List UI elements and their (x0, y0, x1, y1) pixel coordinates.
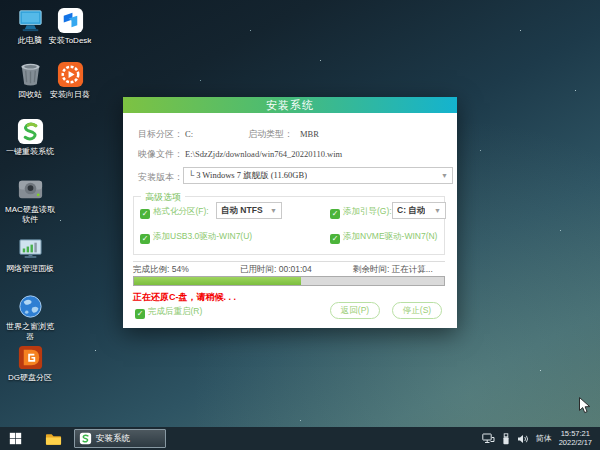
install-version-dropdown[interactable]: └ 3 Windows 7 旗舰版 (11.60GB) ▼ (183, 167, 453, 184)
format-partition-label: 格式化分区(F): (153, 206, 209, 216)
speaker-icon[interactable] (517, 434, 529, 444)
install-version-label: 安装版本： (138, 171, 183, 184)
format-type-dropdown[interactable]: 自动 NTFS ▼ (216, 202, 282, 219)
system-tray: 简体 15:57:21 2022/2/17 (482, 430, 600, 447)
checkbox-checked-icon[interactable]: ✓ (135, 309, 145, 319)
restore-status-text: 正在还原C-盘，请稍候. . . (133, 291, 236, 304)
install-version-value: └ 3 Windows 7 旗舰版 (11.60GB) (188, 170, 307, 182)
checkbox-checked-icon[interactable]: ✓ (140, 209, 150, 219)
desktop-icon-label: 安装向日葵 (44, 90, 96, 100)
desktop-icon-network-panel[interactable]: 网络管理面板 (4, 234, 56, 274)
taskbar: 安装系统 简体 15:57:21 2022/2/17 (0, 427, 600, 450)
nvme-driver-label: 添加NVME驱动-WIN7(N) (343, 231, 437, 241)
desktop-icon-label: 安装ToDesk (44, 36, 96, 46)
computer-icon (16, 6, 45, 35)
format-partition-checkbox[interactable]: ✓格式化分区(F): (140, 206, 209, 219)
restart-after-finish-label: 完成后重启(R) (148, 306, 202, 316)
desktop-icon-label: 一键重装系统 (4, 147, 56, 157)
boot-type-label: 启动类型： (248, 128, 293, 141)
progress-bar (133, 276, 445, 286)
desktop-icon-world-browser[interactable]: 世界之窗浏览器 (4, 292, 56, 341)
remaining-time-text: 剩余时间: 正在计算... (353, 264, 433, 276)
checkbox-checked-icon[interactable]: ✓ (330, 209, 340, 219)
desktop-icon-reinstall-system[interactable]: 一键重装系统 (4, 117, 56, 157)
mac-disk-icon (16, 175, 45, 204)
input-method-indicator[interactable]: 简体 (536, 433, 552, 444)
windows-logo-icon (9, 432, 22, 445)
start-button[interactable] (0, 427, 30, 450)
stats-divider (133, 261, 445, 262)
wallpaper-stars (0, 0, 1, 1)
todesk-icon (56, 6, 85, 35)
folder-icon (45, 432, 62, 446)
tray-clock[interactable]: 15:57:21 2022/2/17 (559, 430, 592, 447)
install-system-dialog: 安装系统 目标分区： C: 启动类型： MBR 映像文件： E:\SdzZjdz… (123, 97, 457, 328)
taskbar-task-label: 安装系统 (96, 433, 130, 445)
boot-type-value: MBR (300, 129, 319, 139)
mouse-cursor (578, 397, 591, 414)
add-boot-label: 添加引导(G): (343, 206, 392, 216)
diskgenius-icon (16, 343, 45, 372)
advanced-options-group: 高级选项 ✓格式化分区(F): 自动 NTFS ▼ ✓添加引导(G): C: 自… (133, 196, 445, 255)
image-file-label: 映像文件： (138, 148, 183, 161)
taskbar-task-install-system[interactable]: 安装系统 (74, 429, 166, 448)
reinstall-system-icon (16, 117, 45, 146)
dialog-title: 安装系统 (266, 99, 314, 111)
file-explorer-button[interactable] (38, 427, 68, 450)
desktop-icon-label: MAC硬盘读取软件 (4, 205, 56, 224)
add-boot-checkbox[interactable]: ✓添加引导(G): (330, 206, 392, 219)
format-type-value: 自动 NTFS (221, 205, 263, 217)
desktop-icon-sunflower[interactable]: 安装向日葵 (44, 60, 96, 100)
add-boot-dropdown[interactable]: C: 自动 ▼ (392, 202, 446, 219)
desktop-wallpaper: 此电脑 安装ToDesk 回收站 安装向日葵 一键 (0, 0, 600, 450)
chevron-down-icon: ▼ (270, 207, 277, 214)
desktop-icon-label: 世界之窗浏览器 (4, 322, 56, 341)
checkbox-checked-icon[interactable]: ✓ (330, 234, 340, 244)
usb-device-icon[interactable] (502, 433, 510, 445)
network-icon[interactable] (482, 433, 495, 444)
add-boot-value: C: 自动 (397, 205, 425, 217)
stop-button[interactable]: 停止(S) (392, 302, 442, 319)
chevron-down-icon: ▼ (441, 172, 448, 179)
network-panel-icon (16, 234, 45, 263)
checkbox-checked-icon[interactable]: ✓ (140, 234, 150, 244)
dialog-titlebar[interactable]: 安装系统 (123, 97, 457, 113)
image-file-value: E:\SdzZjdz/download/win764_20220110.wim (185, 149, 342, 159)
desktop-icon-dg-partition[interactable]: DG硬盘分区 (4, 343, 56, 383)
target-partition-value: C: (185, 129, 193, 139)
desktop-icon-todesk[interactable]: 安装ToDesk (44, 6, 96, 46)
back-button[interactable]: 返回(P) (330, 302, 380, 319)
chevron-down-icon: ▼ (434, 207, 441, 214)
tray-date: 2022/2/17 (559, 439, 592, 448)
target-partition-label: 目标分区： (138, 128, 183, 141)
recycle-bin-icon (16, 60, 45, 89)
desktop-icon-label: DG硬盘分区 (4, 373, 56, 383)
advanced-options-legend: 高级选项 (141, 191, 185, 204)
globe-icon (16, 292, 45, 321)
nvme-driver-checkbox[interactable]: ✓添加NVME驱动-WIN7(N) (330, 231, 437, 244)
progress-percent-text: 完成比例: 54% (133, 264, 189, 276)
elapsed-time-text: 已用时间: 00:01:04 (240, 264, 312, 276)
usb3-driver-label: 添加USB3.0驱动-WIN7(U) (153, 231, 252, 241)
desktop-icon-mac-disk-reader[interactable]: MAC硬盘读取软件 (4, 175, 56, 224)
usb3-driver-checkbox[interactable]: ✓添加USB3.0驱动-WIN7(U) (140, 231, 252, 244)
reinstall-system-icon (79, 432, 92, 445)
desktop-icon-label: 网络管理面板 (4, 264, 56, 274)
sunflower-icon (56, 60, 85, 89)
progress-fill (134, 277, 301, 285)
restart-after-finish-checkbox[interactable]: ✓完成后重启(R) (135, 306, 202, 319)
